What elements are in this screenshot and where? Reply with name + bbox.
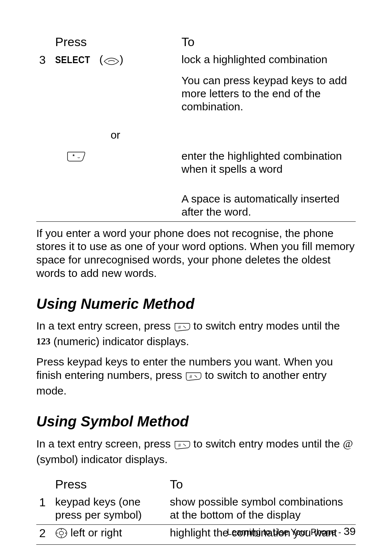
page-footer: Learning to Use Your Phone - 39 — [227, 525, 356, 537]
paragraph: In a text entry screen, press # to switc… — [36, 319, 356, 348]
col-to-header: To — [179, 34, 356, 52]
svg-point-8 — [57, 533, 58, 534]
open-paren: ( — [99, 53, 103, 65]
heading-symbol: Using Symbol Method — [36, 413, 356, 430]
close-paren: ) — [120, 53, 123, 65]
press-cell: * — [52, 148, 179, 180]
to-cell: You can press keypad keys to add more le… — [179, 73, 356, 118]
hash-key-icon: # — [185, 371, 202, 384]
page: Press To 3 SELECT ( ) lock a highlighted… — [0, 0, 392, 552]
svg-text:*: * — [73, 153, 75, 159]
heading-numeric: Using Numeric Method — [36, 296, 356, 312]
svg-text:#: # — [178, 442, 181, 448]
nav-key-icon — [55, 528, 68, 541]
col-press-header: Press — [52, 34, 179, 52]
col-num-header — [36, 34, 52, 52]
press-cell: SELECT ( ) — [52, 52, 179, 73]
instruction-table-1: Press To 3 SELECT ( ) lock a highlighted… — [36, 34, 356, 222]
paragraph: If you enter a word your phone does not … — [36, 227, 356, 280]
svg-text:#: # — [178, 324, 181, 330]
svg-point-5 — [59, 531, 64, 535]
to-cell: A space is automatically inserted after … — [179, 191, 356, 222]
to-cell: lock a highlighted combination — [179, 52, 356, 73]
softkey-icon — [103, 55, 120, 68]
hash-key-icon: # — [174, 439, 191, 453]
to-cell: show possible symbol combinations at the… — [167, 494, 356, 525]
footer-label: Learning to Use Your Phone - — [227, 527, 344, 537]
numeric-indicator: 123 — [36, 336, 50, 347]
svg-point-7 — [61, 536, 62, 537]
press-text: left or right — [68, 527, 122, 539]
col-press-header: Press — [52, 477, 167, 494]
to-cell: enter the highlighted combination when i… — [179, 148, 356, 180]
star-key-icon: * — [67, 151, 86, 165]
symbol-indicator: @ — [343, 437, 353, 450]
or-label: or — [52, 118, 179, 148]
svg-point-9 — [65, 533, 66, 534]
page-number: 39 — [344, 525, 356, 537]
step-number: 1 — [36, 494, 52, 525]
hash-key-icon: # — [174, 322, 191, 335]
col-to-header: To — [167, 477, 356, 494]
paragraph: Press keypad keys to enter the numbers y… — [36, 355, 356, 397]
step-number: 3 — [36, 52, 52, 73]
paragraph: In a text entry screen, press # to switc… — [36, 437, 356, 466]
select-label: SELECT — [55, 54, 90, 66]
svg-point-6 — [61, 529, 62, 530]
press-cell: left or right — [52, 525, 167, 545]
svg-text:#: # — [189, 374, 192, 379]
press-cell: keypad keys (one press per symbol) — [52, 494, 167, 525]
step-number: 2 — [36, 525, 52, 545]
col-num-header — [36, 477, 52, 494]
